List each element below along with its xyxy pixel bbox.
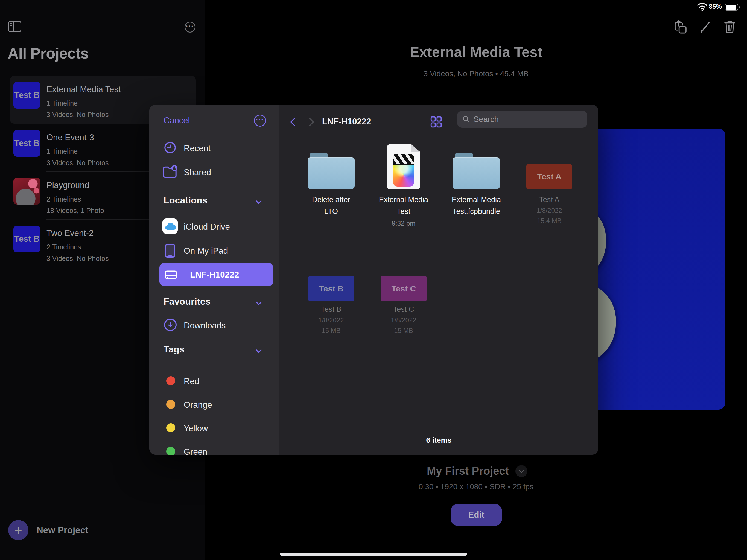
sidebar-item-tag-orange[interactable]: Orange (184, 400, 212, 410)
battery-icon (725, 4, 738, 11)
project-timelines: 2 Timelines (47, 243, 81, 251)
tag-dot-red (166, 376, 175, 385)
chevron-down-icon (519, 467, 524, 473)
battery-percent: 85% (709, 3, 722, 10)
tag-dot-orange (166, 400, 175, 409)
sidebar-title: All Projects (8, 44, 88, 62)
sidebar-toggle-icon[interactable] (8, 21, 21, 32)
forward-chevron-icon[interactable] (305, 118, 314, 126)
current-project-name: My First Project (205, 465, 730, 477)
home-indicator[interactable] (280, 553, 467, 556)
folder-icon-delete-after-lto[interactable] (308, 153, 355, 189)
sidebar-item-tag-red[interactable]: Red (184, 377, 199, 386)
browser-title: LNF-H10222 (322, 117, 404, 127)
search-field[interactable] (457, 111, 587, 128)
project-dropdown-button[interactable] (515, 465, 527, 477)
external-drive-icon (164, 268, 177, 281)
ipad-icon (165, 244, 175, 258)
sidebar-item-shared[interactable]: Shared (184, 168, 211, 177)
sidebar-item-tag-green[interactable]: Green (184, 447, 207, 455)
project-title: One Event-3 (47, 133, 94, 143)
share-icon[interactable] (673, 19, 689, 34)
file-picker-modal: Cancel ••• Recent Shared Locations (149, 105, 598, 455)
clock-icon (163, 141, 177, 155)
file-name: External MediaTest.fcpbundle (450, 194, 502, 218)
file-date: 1/8/2022 (378, 316, 430, 324)
file-modified-time: 9:32 pm (378, 220, 430, 227)
project-thumbnail: Test B (14, 130, 41, 157)
folder-icon-fcpbundle[interactable] (453, 153, 500, 189)
favourites-collapse-chevron-icon[interactable] (256, 299, 262, 305)
shared-folder-icon (162, 164, 178, 179)
project-timelines: 2 Timelines (47, 195, 81, 203)
project-media-count: 3 Videos, No Photos (47, 159, 108, 167)
locations-collapse-chevron-icon[interactable] (256, 198, 262, 204)
edit-button[interactable]: Edit (450, 504, 502, 526)
sidebar-more-button[interactable]: ••• (185, 22, 196, 32)
page-subtitle: 3 Videos, No Photos • 45.4 MB (205, 70, 747, 78)
project-media-count: 3 Videos, No Photos (47, 111, 108, 119)
file-name: Test C (378, 304, 430, 315)
page-title: External Media Test (205, 44, 747, 60)
plus-icon: + (8, 520, 28, 540)
project-thumbnail: Test B (14, 82, 41, 108)
file-size: 15.4 MB (523, 217, 575, 225)
file-picker-sidebar: Cancel ••• Recent Shared Locations (149, 105, 279, 455)
grid-view-icon[interactable] (429, 115, 443, 129)
file-name: Test B (305, 304, 357, 315)
file-date: 1/8/2022 (305, 316, 357, 324)
file-date: 1/8/2022 (523, 207, 575, 214)
search-input[interactable] (473, 115, 583, 124)
downloads-icon (164, 319, 177, 331)
tag-dot-green (166, 447, 175, 455)
project-title: Playground (47, 180, 89, 190)
project-media-count: 18 Videos, 1 Photo (47, 207, 104, 215)
cancel-button[interactable]: Cancel (163, 116, 190, 126)
locations-header: Locations (163, 195, 208, 206)
sidebar-item-recent[interactable]: Recent (184, 144, 210, 153)
wifi-icon (697, 2, 707, 11)
sidebar-item-icloud-drive[interactable]: iCloud Drive (184, 222, 230, 232)
file-thumb-test-c: Test C (381, 276, 427, 301)
search-icon (462, 115, 470, 123)
project-thumbnail (14, 178, 41, 205)
icloud-drive-icon (162, 219, 178, 234)
project-specs: 0:30 • 1920 x 1080 • SDR • 25 fps (205, 482, 747, 491)
project-media-count: 3 Videos, No Photos (47, 255, 108, 262)
file-thumb-test-a: Test A (526, 164, 572, 189)
back-chevron-icon[interactable] (290, 118, 299, 126)
file-size: 15 MB (305, 327, 357, 334)
tags-header: Tags (163, 344, 185, 355)
project-title: External Media Test (47, 84, 121, 94)
file-browser-pane: LNF-H10222 Delete afterLTO External Medi… (279, 105, 598, 455)
picker-more-button[interactable]: ••• (254, 114, 266, 127)
project-title: Two Event-2 (47, 228, 94, 238)
sidebar-item-on-my-ipad[interactable]: On My iPad (184, 246, 228, 256)
file-name: External MediaTest (378, 194, 430, 218)
edit-pencil-icon[interactable] (698, 19, 714, 34)
file-name: Test A (523, 194, 575, 206)
fcp-file-icon-external-media-test[interactable] (387, 144, 420, 189)
project-timelines: 1 Timeline (47, 147, 78, 155)
favourites-header: Favourites (163, 296, 210, 307)
project-thumbnail: Test B (14, 226, 41, 252)
sidebar-item-lnf-h10222-selected[interactable]: LNF-H10222 (159, 263, 273, 286)
file-size: 15 MB (378, 327, 430, 334)
project-timelines: 1 Timeline (47, 99, 78, 107)
file-thumb-test-b: Test B (308, 276, 354, 301)
tag-dot-yellow (166, 423, 175, 432)
items-count: 6 items (384, 436, 493, 444)
sidebar-item-downloads[interactable]: Downloads (184, 321, 226, 331)
new-project-button[interactable]: + New Project (8, 520, 88, 540)
tags-collapse-chevron-icon[interactable] (256, 347, 262, 353)
sidebar-item-tag-yellow[interactable]: Yellow (184, 424, 208, 433)
file-name: Delete afterLTO (305, 194, 357, 218)
trash-icon[interactable] (722, 19, 738, 34)
